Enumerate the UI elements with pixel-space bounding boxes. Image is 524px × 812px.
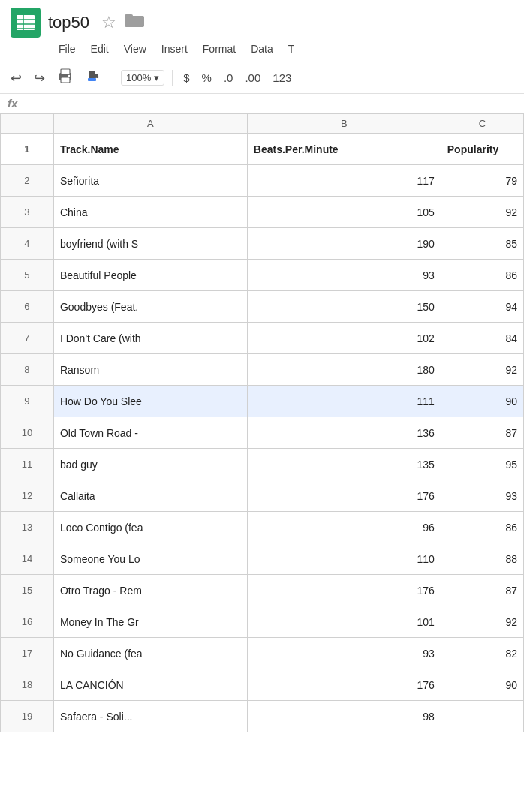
star-icon[interactable]: ☆ xyxy=(101,13,116,32)
cell-c[interactable]: 86 xyxy=(441,260,523,291)
percent-button[interactable]: % xyxy=(199,70,215,86)
col-header-c[interactable]: C xyxy=(441,114,523,134)
row-number[interactable]: 12 xyxy=(1,480,54,512)
cell-b[interactable]: 190 xyxy=(247,228,441,260)
undo-button[interactable]: ↩ xyxy=(8,68,25,88)
cell-a[interactable]: How Do You Slee xyxy=(53,386,247,417)
cell-a[interactable]: Señorita xyxy=(53,165,247,197)
decimal2-button[interactable]: .00 xyxy=(242,70,264,86)
zoom-selector[interactable]: 100% ▾ xyxy=(121,70,164,86)
formula-input[interactable] xyxy=(36,98,516,110)
cell-b[interactable]: Beats.Per.Minute xyxy=(247,134,441,165)
cell-a[interactable]: bad guy xyxy=(53,449,247,480)
row-number[interactable]: 11 xyxy=(1,449,54,480)
cell-b[interactable]: 101 xyxy=(247,606,441,638)
row-number[interactable]: 13 xyxy=(1,512,54,543)
dollar-button[interactable]: $ xyxy=(180,70,192,86)
row-number[interactable]: 6 xyxy=(1,291,54,323)
cell-b[interactable]: 176 xyxy=(247,480,441,512)
cell-b[interactable]: 110 xyxy=(247,543,441,575)
cell-a[interactable]: I Don't Care (with xyxy=(53,323,247,354)
cell-a[interactable]: Money In The Gr xyxy=(53,606,247,638)
cell-b[interactable]: 96 xyxy=(247,512,441,543)
cell-b[interactable]: 105 xyxy=(247,197,441,228)
cell-a[interactable]: No Guidance (fea xyxy=(53,638,247,669)
cell-b[interactable]: 93 xyxy=(247,260,441,291)
cell-b[interactable]: 111 xyxy=(247,386,441,417)
row-number[interactable]: 18 xyxy=(1,669,54,701)
cell-a[interactable]: LA CANCIÓN xyxy=(53,669,247,701)
cell-a[interactable]: China xyxy=(53,197,247,228)
cell-c[interactable]: 92 xyxy=(441,354,523,386)
row-number[interactable]: 2 xyxy=(1,165,54,197)
menu-format[interactable]: Format xyxy=(197,41,242,57)
menu-file[interactable]: File xyxy=(53,41,82,57)
cell-a[interactable]: Beautiful People xyxy=(53,260,247,291)
col-header-a[interactable]: A xyxy=(53,114,247,134)
cell-a[interactable]: Callaita xyxy=(53,480,247,512)
row-number[interactable]: 16 xyxy=(1,606,54,638)
row-number[interactable]: 17 xyxy=(1,638,54,669)
cell-b[interactable]: 93 xyxy=(247,638,441,669)
row-number[interactable]: 19 xyxy=(1,701,54,732)
print-button[interactable] xyxy=(54,67,77,89)
cell-a[interactable]: Goodbyes (Feat. xyxy=(53,291,247,323)
cell-c[interactable]: 90 xyxy=(441,386,523,417)
more-formats-button[interactable]: 123 xyxy=(270,70,294,86)
row-number[interactable]: 3 xyxy=(1,197,54,228)
menu-edit[interactable]: Edit xyxy=(85,41,115,57)
decimal1-button[interactable]: .0 xyxy=(221,70,236,86)
cell-c[interactable]: 88 xyxy=(441,543,523,575)
menu-view[interactable]: View xyxy=(118,41,152,57)
cell-c[interactable]: 94 xyxy=(441,291,523,323)
cell-b[interactable]: 98 xyxy=(247,701,441,732)
cell-c[interactable]: 87 xyxy=(441,417,523,449)
cell-a[interactable]: Someone You Lo xyxy=(53,543,247,575)
cell-c[interactable] xyxy=(441,701,523,732)
folder-icon[interactable] xyxy=(124,12,145,33)
cell-b[interactable]: 135 xyxy=(247,449,441,480)
cell-b[interactable]: 136 xyxy=(247,417,441,449)
row-number[interactable]: 8 xyxy=(1,354,54,386)
row-number[interactable]: 5 xyxy=(1,260,54,291)
cell-b[interactable]: 117 xyxy=(247,165,441,197)
cell-c[interactable]: 86 xyxy=(441,512,523,543)
cell-b[interactable]: 150 xyxy=(247,291,441,323)
cell-b[interactable]: 180 xyxy=(247,354,441,386)
menu-data[interactable]: Data xyxy=(245,41,279,57)
menu-insert[interactable]: Insert xyxy=(155,41,194,57)
cell-a[interactable]: Old Town Road - xyxy=(53,417,247,449)
cell-b[interactable]: 102 xyxy=(247,323,441,354)
redo-button[interactable]: ↪ xyxy=(31,68,48,88)
cell-c[interactable]: 92 xyxy=(441,197,523,228)
cell-c[interactable]: 79 xyxy=(441,165,523,197)
cell-c[interactable]: 87 xyxy=(441,575,523,606)
cell-a[interactable]: Otro Trago - Rem xyxy=(53,575,247,606)
cell-c[interactable]: 85 xyxy=(441,228,523,260)
cell-a[interactable]: Loco Contigo (fea xyxy=(53,512,247,543)
cell-b[interactable]: 176 xyxy=(247,575,441,606)
cell-b[interactable]: 176 xyxy=(247,669,441,701)
cell-a[interactable]: Track.Name xyxy=(53,134,247,165)
toolbar-divider-2 xyxy=(172,70,173,86)
row-number[interactable]: 4 xyxy=(1,228,54,260)
menu-more[interactable]: T xyxy=(282,41,301,57)
cell-c[interactable]: 95 xyxy=(441,449,523,480)
cell-a[interactable]: boyfriend (with S xyxy=(53,228,247,260)
cell-a[interactable]: Safaera - Soli... xyxy=(53,701,247,732)
paint-format-button[interactable] xyxy=(83,67,105,89)
col-header-b[interactable]: B xyxy=(247,114,441,134)
cell-c[interactable]: 82 xyxy=(441,638,523,669)
row-number[interactable]: 1 xyxy=(1,134,54,165)
cell-c[interactable]: 84 xyxy=(441,323,523,354)
cell-c[interactable]: 92 xyxy=(441,606,523,638)
row-number[interactable]: 15 xyxy=(1,575,54,606)
row-number[interactable]: 7 xyxy=(1,323,54,354)
row-number[interactable]: 14 xyxy=(1,543,54,575)
cell-c[interactable]: 90 xyxy=(441,669,523,701)
row-number[interactable]: 9 xyxy=(1,386,54,417)
cell-c[interactable]: 93 xyxy=(441,480,523,512)
cell-c[interactable]: Popularity xyxy=(441,134,523,165)
row-number[interactable]: 10 xyxy=(1,417,54,449)
cell-a[interactable]: Ransom xyxy=(53,354,247,386)
